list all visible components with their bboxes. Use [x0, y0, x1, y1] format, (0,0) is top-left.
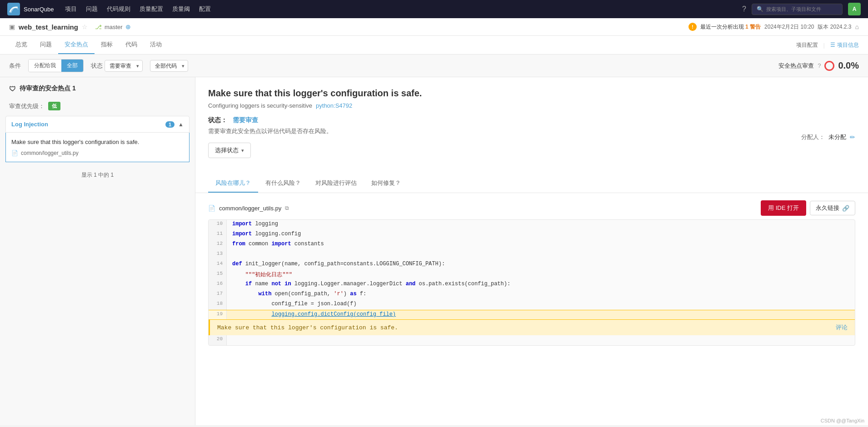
project-header: ▣ web_test_learning ☆ ⎇ master ⊕ ! 最近一次分… [0, 18, 868, 36]
assignee-label: 分配人： [801, 133, 825, 141]
hotspot-file: 📄 common/logger_utils.py [11, 150, 184, 156]
alert-badge: ! [688, 23, 697, 31]
assign-to-me-button[interactable]: 分配给我 [29, 60, 61, 72]
code-line-16: 16 if name not in logging.Logger.manager… [209, 280, 855, 290]
code-section: 📄 common/logger_utils.py ⧉ 用 IDE 打开 永久链接… [195, 193, 868, 425]
nav-right: ? 🔍 搜索项目、子项目和文件 A [742, 3, 861, 15]
shield-icon: 🛡 [9, 85, 16, 93]
line-code-12: from common import constants [227, 240, 855, 250]
rule-link[interactable]: python:S4792 [316, 102, 352, 109]
user-avatar[interactable]: A [848, 3, 861, 15]
line-number-13: 13 [209, 250, 227, 260]
copy-icon[interactable]: ⧉ [285, 205, 289, 211]
assignee-value: 未分配 [828, 133, 846, 141]
tab-where-risk[interactable]: 风险在哪儿？ [208, 174, 258, 193]
nav-item-projects[interactable]: 项目 [65, 5, 77, 13]
branch-name: master [105, 24, 123, 30]
hotspot-item[interactable]: Make sure that this logger's configurati… [5, 133, 190, 162]
all-button[interactable]: 全部 [61, 60, 83, 72]
alert-banner: ! 最近一次分析出现 1 警告 2024年2月2日 10:20 版本 2024.… [688, 23, 859, 31]
detail-subtitle: Configuring loggers is security-sensitiv… [208, 102, 855, 109]
project-folder-icon: ▣ [9, 23, 15, 30]
line-code-17: with open(config_path, 'r') as f: [227, 290, 855, 300]
warning-banner: Make sure that this logger's configurati… [209, 320, 855, 335]
code-line-14: 14 def init_logger(name, config_path=con… [209, 260, 855, 270]
right-panel-header-content: Make sure that this logger's configurati… [195, 77, 868, 174]
nav-item-quality-gates[interactable]: 质量阈 [172, 5, 190, 13]
code-line-11: 11 import logging.config [209, 230, 855, 240]
logo[interactable]: SonarQube [7, 3, 54, 15]
hotspot-group-right: 1 ▲ [165, 121, 184, 128]
project-info-link[interactable]: ☰ 项目信息 [830, 41, 859, 49]
sub-navigation: 总览 问题 安全热点 指标 代码 活动 项目配置 | ☰ 项目信息 [0, 36, 868, 55]
branch-section: ⎇ master ⊕ [95, 23, 131, 30]
code-viewer: 10 import logging 11 import logging.conf… [208, 219, 855, 346]
nav-item-config[interactable]: 配置 [199, 5, 211, 13]
code-line-19: 19 logging.config.dictConfig(config_file… [209, 310, 855, 320]
help-circle-icon[interactable]: ? [818, 62, 821, 69]
line-number-19: 19 [209, 310, 227, 319]
panel-footer: 显示 1 中的 1 [0, 166, 195, 184]
status-value: 需要审查 [233, 116, 258, 124]
status-select-wrapper: 需要审查 [105, 60, 143, 72]
hotspot-group-header[interactable]: Log Injection 1 ▲ [5, 116, 190, 133]
nav-item-quality-profiles[interactable]: 质量配置 [140, 5, 163, 13]
subnav-metrics[interactable]: 指标 [95, 36, 119, 54]
project-config-link[interactable]: 项目配置 [796, 41, 818, 49]
code-line-20: 20 [209, 335, 855, 345]
priority-label: 审查优先级： [9, 102, 45, 110]
status-select[interactable]: 需要审查 [105, 60, 143, 72]
nav-items: 项目 问题 代码规则 质量配置 质量阈 配置 [65, 5, 732, 13]
nav-item-issues[interactable]: 问题 [86, 5, 98, 13]
code-file-name: 📄 common/logger_utils.py ⧉ [208, 205, 289, 212]
line-code-13 [227, 250, 855, 260]
subnav-code[interactable]: 代码 [119, 36, 144, 54]
tab-how-fix[interactable]: 如何修复？ [364, 174, 408, 193]
status-row: 状态： 需要审查 [208, 116, 332, 124]
condition-label: 条件 [9, 62, 21, 70]
detail-title: Make sure that this logger's configurati… [208, 88, 855, 99]
assignee-section: 分配人： 未分配 ✏ [801, 133, 855, 141]
subnav-overview[interactable]: 总览 [9, 36, 34, 54]
sonarqube-logo-icon [7, 3, 20, 15]
tab-assess-risk[interactable]: 对风险进行评估 [308, 174, 364, 193]
priority-row: 审查优先级： 低 [0, 100, 195, 116]
hotspot-group: Log Injection 1 ▲ Make sure that this lo… [5, 116, 190, 162]
project-name[interactable]: web_test_learning [19, 23, 78, 31]
panel-title: 待审查的安全热点 1 [20, 84, 76, 93]
select-status-button[interactable]: 选择状态 ▾ [208, 143, 251, 158]
tab-what-risk[interactable]: 有什么风险？ [258, 174, 308, 193]
status-desc: 需要审查此安全热点以评估代码是否存在风险。 [208, 127, 332, 135]
line-number-15: 15 [209, 270, 227, 280]
line-number-12: 12 [209, 240, 227, 250]
code-select[interactable]: 全部代码 [150, 60, 188, 72]
nav-item-rules[interactable]: 代码规则 [107, 5, 130, 13]
chevron-up-icon: ▲ [178, 121, 184, 128]
file-icon: 📄 [11, 150, 18, 156]
line-number-20: 20 [209, 335, 227, 345]
line-code-15: """初始化日志""" [227, 270, 855, 280]
line-code-20 [227, 335, 855, 345]
hotspot-file-path: common/logger_utils.py [21, 150, 79, 156]
filter-bar: 条件 分配给我 全部 状态 需要审查 全部代码 安全热点审查 ? 0.0% [0, 55, 868, 77]
line-number-11: 11 [209, 230, 227, 240]
search-box[interactable]: 🔍 搜索项目、子项目和文件 [752, 4, 843, 15]
line-code-19: logging.config.dictConfig(config_file) [227, 310, 855, 319]
home-icon[interactable]: ⌂ [855, 23, 859, 30]
line-code-18: config_file = json.load(f) [227, 300, 855, 310]
comment-link[interactable]: 评论 [836, 323, 848, 332]
open-in-ide-button[interactable]: 用 IDE 打开 [761, 200, 806, 216]
left-panel: 🛡 待审查的安全热点 1 审查优先级： 低 Log Injection 1 ▲ … [0, 77, 195, 425]
right-panel: Make sure that this logger's configurati… [195, 77, 868, 425]
branch-add-icon[interactable]: ⊕ [125, 23, 131, 30]
star-icon[interactable]: ☆ [82, 23, 88, 30]
edit-icon[interactable]: ✏ [850, 134, 855, 141]
permalink-button[interactable]: 永久链接 🔗 [810, 201, 855, 215]
code-line-12: 12 from common import constants [209, 240, 855, 250]
alert-text: 最近一次分析出现 1 警告 [700, 23, 761, 31]
help-icon[interactable]: ? [742, 5, 746, 13]
subnav-activity[interactable]: 活动 [144, 36, 168, 54]
subnav-issues[interactable]: 问题 [34, 36, 58, 54]
actions-row: 状态： 需要审查 需要审查此安全热点以评估代码是否存在风险。 选择状态 ▾ 分配… [208, 116, 855, 158]
subnav-security-hotspots[interactable]: 安全热点 [58, 36, 95, 54]
